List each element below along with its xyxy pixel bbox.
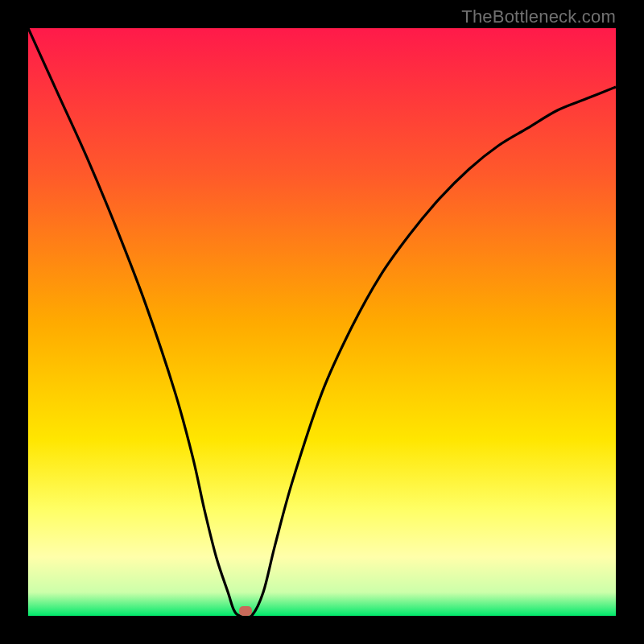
watermark-text: TheBottleneck.com <box>461 6 616 27</box>
plot-area <box>28 28 616 616</box>
chart-frame: TheBottleneck.com <box>0 0 644 644</box>
bottleneck-curve <box>28 28 616 616</box>
optimal-point-marker <box>239 606 252 616</box>
